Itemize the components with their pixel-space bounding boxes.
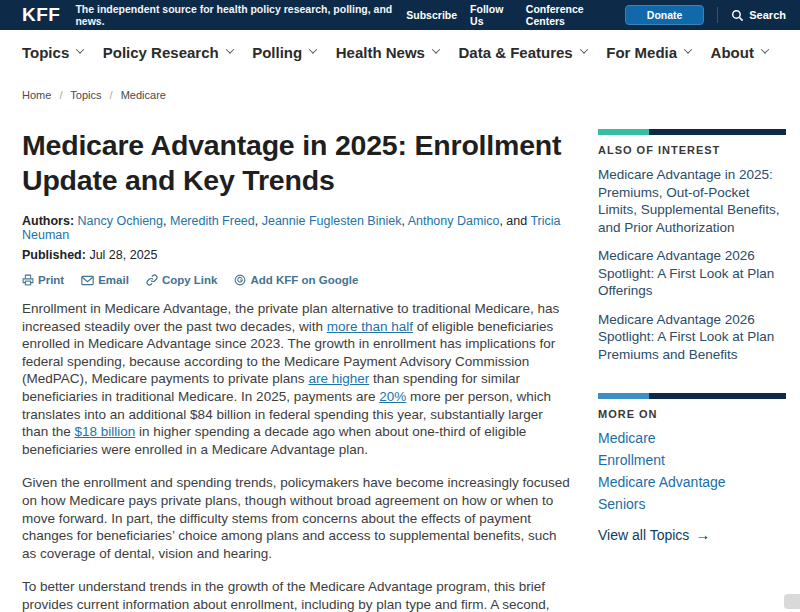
arrow-right-icon: →: [695, 526, 710, 543]
email-button[interactable]: Email: [81, 274, 129, 286]
nav-policy-research[interactable]: Policy Research: [103, 44, 233, 61]
paragraph: To better understand trends in the growt…: [22, 578, 570, 612]
share-row: Print Email Copy Link: [22, 274, 570, 286]
topic-link-medicare[interactable]: Medicare: [598, 430, 786, 447]
published-date: Jul 28, 2025: [89, 248, 157, 262]
copy-link-button[interactable]: Copy Link: [146, 274, 218, 286]
top-header: KFF The independent source for health po…: [0, 0, 800, 30]
print-button[interactable]: Print: [22, 274, 64, 286]
author-link[interactable]: Nancy Ochieng: [78, 214, 163, 228]
print-icon: [22, 274, 34, 286]
article-column: Medicare Advantage in 2025: Enrollment U…: [22, 101, 570, 612]
chevron-down-icon: [579, 45, 587, 53]
inline-link[interactable]: are higher: [308, 371, 369, 386]
nav-health-news[interactable]: Health News: [336, 44, 439, 61]
google-icon: [234, 274, 246, 286]
topic-link-medicare-advantage[interactable]: Medicare Advantage: [598, 474, 786, 491]
subscribe-link[interactable]: Subscribe: [406, 9, 457, 21]
page-title: Medicare Advantage in 2025: Enrollment U…: [22, 128, 570, 198]
content-area: Medicare Advantage in 2025: Enrollment U…: [0, 101, 800, 612]
chevron-down-icon: [225, 45, 233, 53]
inline-link[interactable]: 20%: [379, 389, 406, 404]
authors-list: Nancy Ochieng, Meredith Freed, Jeannie F…: [22, 214, 561, 242]
search-label: Search: [749, 9, 786, 21]
author-link[interactable]: Anthony Damico: [408, 214, 500, 228]
published-row: Published: Jul 28, 2025: [22, 248, 570, 262]
main-nav: Topics Policy Research Polling Health Ne…: [0, 30, 800, 75]
add-kff-google-button[interactable]: Add KFF on Google: [234, 274, 358, 286]
related-article-link[interactable]: Medicare Advantage in 2025: Premiums, Ou…: [598, 166, 786, 236]
site-tagline: The independent source for health policy…: [75, 3, 406, 27]
more-on-section: MORE ON Medicare Enrollment Medicare Adv…: [598, 393, 786, 543]
authors-label: Authors:: [22, 214, 74, 228]
accent-bar: [598, 393, 786, 399]
accent-bar: [598, 129, 786, 135]
nav-about[interactable]: About: [711, 44, 768, 61]
right-sidebar: ALSO OF INTEREST Medicare Advantage in 2…: [598, 101, 786, 612]
view-all-topics-link[interactable]: View all Topics →: [598, 526, 786, 543]
article-body: Enrollment in Medicare Advantage, the pr…: [22, 300, 570, 612]
inline-link[interactable]: more than half: [327, 319, 413, 334]
copy-link-icon: [146, 274, 158, 286]
chevron-down-icon: [761, 45, 769, 53]
follow-us-link[interactable]: Follow Us: [470, 3, 513, 27]
nav-for-media[interactable]: For Media: [606, 44, 691, 61]
search-button[interactable]: Search: [731, 9, 786, 22]
published-label: Published:: [22, 248, 86, 262]
conference-centers-link[interactable]: Conference Centers: [526, 3, 612, 27]
related-article-link[interactable]: Medicare Advantage 2026 Spotlight: A Fir…: [598, 311, 786, 364]
search-icon: [731, 9, 744, 22]
more-on-heading: MORE ON: [598, 408, 786, 420]
author-link[interactable]: Meredith Freed: [170, 214, 255, 228]
author-link[interactable]: Jeannie Fuglesten Biniek: [262, 214, 402, 228]
breadcrumb-home[interactable]: Home: [22, 89, 51, 101]
email-icon: [81, 275, 94, 286]
nav-polling[interactable]: Polling: [252, 44, 316, 61]
chevron-down-icon: [309, 45, 317, 53]
top-header-right: Subscribe Follow Us Conference Centers D…: [406, 3, 786, 27]
authors-row: Authors: Nancy Ochieng, Meredith Freed, …: [22, 214, 570, 242]
topic-link-seniors[interactable]: Seniors: [598, 496, 786, 513]
breadcrumb: Home / Topics / Medicare: [0, 75, 800, 101]
kff-logo[interactable]: KFF: [22, 4, 60, 26]
article-meta: Authors: Nancy Ochieng, Meredith Freed, …: [22, 214, 570, 262]
header-divider: [717, 7, 718, 23]
breadcrumb-separator: /: [59, 89, 62, 101]
chevron-down-icon: [76, 45, 84, 53]
related-article-link[interactable]: Medicare Advantage 2026 Spotlight: A Fir…: [598, 247, 786, 300]
nav-topics[interactable]: Topics: [22, 44, 83, 61]
corner-widget[interactable]: [784, 594, 800, 609]
topic-link-enrollment[interactable]: Enrollment: [598, 452, 786, 469]
breadcrumb-medicare[interactable]: Medicare: [121, 89, 166, 101]
nav-data-features[interactable]: Data & Features: [458, 44, 586, 61]
chevron-down-icon: [684, 45, 692, 53]
chevron-down-icon: [432, 45, 440, 53]
inline-link[interactable]: $18 billion: [75, 424, 136, 439]
breadcrumb-topics[interactable]: Topics: [70, 89, 101, 101]
paragraph: Given the enrollment and spending trends…: [22, 474, 570, 562]
paragraph: Enrollment in Medicare Advantage, the pr…: [22, 300, 570, 458]
also-of-interest-heading: ALSO OF INTEREST: [598, 144, 786, 156]
donate-button[interactable]: Donate: [625, 5, 705, 25]
breadcrumb-separator: /: [110, 89, 113, 101]
